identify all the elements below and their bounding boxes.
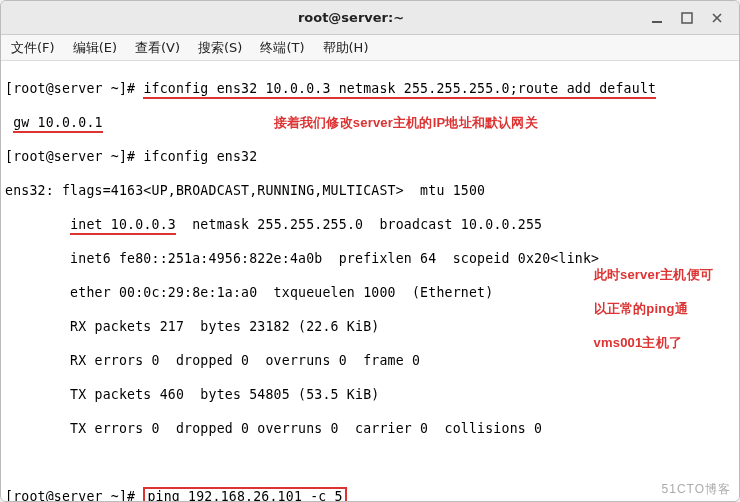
cmd-ifconfig-show: ifconfig ens32 bbox=[143, 149, 257, 164]
window-buttons bbox=[651, 12, 739, 24]
menu-term[interactable]: 终端(T) bbox=[260, 39, 304, 57]
menu-help[interactable]: 帮助(H) bbox=[323, 39, 369, 57]
annotation-block-2: 此时server主机便可 以正常的ping通 vms001主机了 bbox=[594, 263, 713, 355]
menu-file[interactable]: 文件(F) bbox=[11, 39, 55, 57]
close-icon[interactable] bbox=[711, 12, 723, 24]
inet-address: inet 10.0.0.3 bbox=[70, 217, 176, 235]
minimize-icon[interactable] bbox=[651, 12, 663, 24]
annotation-2-line1: 此时server主机便可 bbox=[594, 263, 713, 287]
svg-rect-1 bbox=[682, 13, 692, 23]
ifconfig-output-line: ens32: flags=4163<UP,BROADCAST,RUNNING,M… bbox=[5, 182, 735, 199]
menu-view[interactable]: 查看(V) bbox=[135, 39, 180, 57]
annotation-2-line3: vms001主机了 bbox=[594, 331, 713, 355]
annotation-2-line2: 以正常的ping通 bbox=[594, 297, 713, 321]
prompt: [root@server ~]# bbox=[5, 149, 135, 164]
cmd-ping: ping 192.168.26.101 -c 5 bbox=[143, 487, 346, 502]
maximize-icon[interactable] bbox=[681, 12, 693, 24]
prompt: [root@server ~]# bbox=[5, 81, 135, 96]
titlebar: root@server:~ bbox=[1, 1, 739, 35]
ifconfig-output-line: TX packets 460 bytes 54805 (53.5 KiB) bbox=[5, 386, 735, 403]
cmd-ifconfig-set: ifconfig ens32 10.0.0.3 netmask 255.255.… bbox=[143, 81, 656, 99]
annotation-1: 接着我们修改server主机的IP地址和默认网关 bbox=[274, 115, 538, 130]
menu-search[interactable]: 搜索(S) bbox=[198, 39, 242, 57]
window-title: root@server:~ bbox=[51, 10, 651, 25]
terminal-area[interactable]: [root@server ~]# ifconfig ens32 10.0.0.3… bbox=[1, 61, 739, 501]
watermark: 51CTO博客 bbox=[662, 481, 731, 498]
svg-rect-0 bbox=[652, 21, 662, 23]
prompt: [root@server ~]# bbox=[5, 489, 135, 502]
cmd-ifconfig-set-cont: gw 10.0.0.1 bbox=[13, 115, 103, 133]
menubar: 文件(F) 编辑(E) 查看(V) 搜索(S) 终端(T) 帮助(H) bbox=[1, 35, 739, 61]
menu-edit[interactable]: 编辑(E) bbox=[73, 39, 117, 57]
ifconfig-output-line: TX errors 0 dropped 0 overruns 0 carrier… bbox=[5, 420, 735, 437]
